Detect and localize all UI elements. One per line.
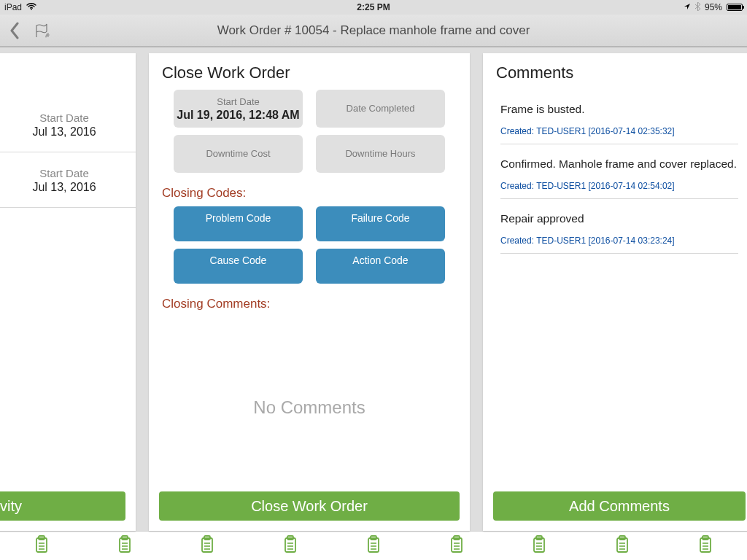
left-item-0-value: Jul 13, 2016 <box>0 125 136 139</box>
left-activity-button[interactable]: tivity <box>0 491 125 521</box>
code-problem-label: Problem Code <box>206 212 271 224</box>
no-comments-placeholder: No Comments <box>149 397 470 418</box>
left-item-0[interactable]: Start Date Jul 13, 2016 <box>0 97 136 152</box>
tab-icon-1[interactable] <box>117 535 132 557</box>
tab-icon-2[interactable] <box>200 535 214 557</box>
tab-icon-8[interactable] <box>698 535 713 557</box>
add-comments-button-label: Add Comments <box>569 498 670 515</box>
comment-2[interactable]: Repair approved Created: TED-USER1 [2016… <box>483 199 747 254</box>
comment-1-meta: Created: TED-USER1 [2016-07-14 02:54:02] <box>500 181 738 199</box>
left-item-1[interactable]: Start Date Jul 13, 2016 <box>0 152 136 208</box>
close-work-order-heading: Close Work Order <box>149 53 470 90</box>
battery-icon <box>727 4 743 11</box>
comment-2-meta: Created: TED-USER1 [2016-07-14 03:23:24] <box>500 236 738 254</box>
comments-panel: Comments Frame is busted. Created: TED-U… <box>483 53 747 531</box>
field-start-date-value: Jul 19, 2016, 12:48 AM <box>177 109 299 122</box>
field-downtime-cost-label: Downtime Cost <box>206 148 270 159</box>
comments-heading: Comments <box>483 53 747 90</box>
field-start-date[interactable]: Start Date Jul 19, 2016, 12:48 AM <box>174 90 303 128</box>
left-item-0-label: Start Date <box>0 112 136 124</box>
tab-icon-7[interactable] <box>615 535 630 557</box>
field-downtime-hours-label: Downtime Hours <box>345 148 415 159</box>
clock: 2:25 PM <box>0 2 747 12</box>
code-cause[interactable]: Cause Code <box>174 249 303 284</box>
code-failure[interactable]: Failure Code <box>316 206 445 241</box>
comment-1-text: Confirmed. Manhole frame and cover repla… <box>500 158 738 171</box>
close-work-order-button-label: Close Work Order <box>251 498 368 515</box>
code-problem[interactable]: Problem Code <box>174 206 303 241</box>
closing-comments-label: Closing Comments: <box>149 291 470 317</box>
code-failure-label: Failure Code <box>351 212 409 224</box>
comment-0[interactable]: Frame is busted. Created: TED-USER1 [201… <box>483 90 747 144</box>
code-action-label: Action Code <box>352 254 408 266</box>
main-content: Start Date Jul 13, 2016 Start Date Jul 1… <box>0 47 747 531</box>
comment-0-meta: Created: TED-USER1 [2016-07-14 02:35:32] <box>500 126 738 144</box>
comment-2-text: Repair approved <box>500 212 738 225</box>
code-action[interactable]: Action Code <box>316 249 445 284</box>
nav-bar: Work Order # 10054 - Replace manhole fra… <box>0 15 747 47</box>
code-cause-label: Cause Code <box>210 254 267 266</box>
close-work-order-button[interactable]: Close Work Order <box>159 491 460 521</box>
tab-bar <box>0 531 747 560</box>
field-downtime-cost[interactable]: Downtime Cost <box>174 135 303 173</box>
left-panel: Start Date Jul 13, 2016 Start Date Jul 1… <box>0 53 136 531</box>
comment-1[interactable]: Confirmed. Manhole frame and cover repla… <box>483 144 747 199</box>
tab-icon-4[interactable] <box>366 535 381 557</box>
tab-icon-3[interactable] <box>283 535 298 557</box>
field-downtime-hours[interactable]: Downtime Hours <box>316 135 445 173</box>
close-work-order-panel: Close Work Order Start Date Jul 19, 2016… <box>149 53 470 531</box>
left-item-1-value: Jul 13, 2016 <box>0 181 136 194</box>
closing-codes-label: Closing Codes: <box>149 180 470 206</box>
tab-icon-5[interactable] <box>449 535 464 557</box>
field-date-completed-label: Date Completed <box>347 103 415 114</box>
add-comments-button[interactable]: Add Comments <box>493 491 746 521</box>
tab-icon-6[interactable] <box>532 535 546 557</box>
left-item-1-label: Start Date <box>0 167 136 179</box>
field-date-completed[interactable]: Date Completed <box>316 90 445 128</box>
page-title: Work Order # 10054 - Replace manhole fra… <box>0 23 747 38</box>
field-start-date-label: Start Date <box>217 96 260 107</box>
comment-0-text: Frame is busted. <box>500 103 738 116</box>
tab-icon-0[interactable] <box>34 535 49 557</box>
status-bar: iPad 2:25 PM 95% <box>0 0 747 15</box>
left-activity-button-label: tivity <box>0 498 22 515</box>
